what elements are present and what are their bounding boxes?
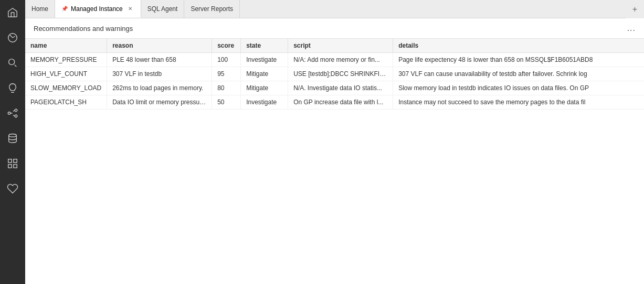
recommendations-table-container[interactable]: name reason score state script details M…: [25, 39, 644, 284]
cell-script-3: On GP increase data file with l...: [288, 95, 393, 110]
search-icon: [7, 57, 18, 69]
svg-point-5: [9, 134, 17, 137]
activity-bar: [0, 0, 25, 284]
cell-state-0: Investigate: [241, 53, 288, 67]
activity-item-connections[interactable]: [0, 101, 25, 126]
table-row[interactable]: PAGEIOLATCH_SHData IO limit or memory pr…: [25, 95, 644, 110]
svg-point-4: [15, 115, 17, 117]
cell-state-2: Mitigate: [241, 81, 288, 95]
recommendations-table: name reason score state script details M…: [25, 39, 644, 110]
panel-menu-button[interactable]: ...: [627, 24, 636, 33]
cell-reason-2: 262ms to load pages in memory.: [107, 81, 212, 95]
dashboard-icon: [7, 32, 18, 43]
tab-bar: Home 📌 Managed Instance ✕ SQL Agent Serv…: [25, 0, 644, 18]
cell-script-1: USE [testdb];DBCC SHRINKFIL...: [288, 67, 393, 81]
cell-reason-0: PLE 48 lower than 658: [107, 53, 212, 67]
database-icon: [7, 133, 18, 144]
connections-icon: [7, 107, 18, 119]
lightbulb-icon: [7, 82, 18, 94]
cell-score-0: 100: [212, 53, 241, 67]
table-row[interactable]: SLOW_MEMORY_LOAD262ms to load pages in m…: [25, 81, 644, 95]
tab-server-reports[interactable]: Server Reports: [184, 0, 240, 18]
svg-point-1: [9, 59, 15, 65]
activity-item-home[interactable]: [0, 0, 25, 25]
add-tab-button[interactable]: +: [626, 0, 644, 18]
cell-score-2: 80: [212, 81, 241, 95]
cell-state-1: Mitigate: [241, 67, 288, 81]
activity-item-recommendations[interactable]: [0, 75, 25, 101]
cell-state-3: Investigate: [241, 95, 288, 110]
cell-name-0: MEMORY_PRESSURE: [25, 53, 107, 67]
col-header-details: details: [393, 39, 644, 53]
table-row[interactable]: MEMORY_PRESSUREPLE 48 lower than 658100I…: [25, 53, 644, 67]
cell-details-3: Instance may not succeed to save the mem…: [393, 95, 644, 110]
cell-details-0: Page life expectency 48 is lower than 65…: [393, 53, 644, 67]
tab-home-label: Home: [31, 5, 48, 13]
cell-details-1: 307 VLF can cause unavailability of test…: [393, 67, 644, 81]
cell-script-0: N/A: Add more memory or fin...: [288, 53, 393, 67]
close-managed-instance-icon[interactable]: ✕: [126, 5, 134, 13]
activity-item-search[interactable]: [0, 50, 25, 75]
activity-item-databases[interactable]: [0, 126, 25, 151]
activity-item-favorites[interactable]: [0, 176, 25, 201]
cell-details-2: Slow memory load in testdb indicates IO …: [393, 81, 644, 95]
svg-point-3: [15, 109, 17, 112]
heart-icon: [7, 183, 18, 194]
pin-icon: 📌: [61, 6, 68, 12]
cell-name-2: SLOW_MEMORY_LOAD: [25, 81, 107, 95]
tab-spacer: [240, 0, 626, 18]
tab-managed-instance[interactable]: 📌 Managed Instance ✕: [55, 0, 141, 18]
svg-rect-7: [14, 159, 17, 162]
content-panel: Recommendations and warnings ... name re…: [25, 18, 644, 284]
col-header-name: name: [25, 39, 107, 53]
main-area: Home 📌 Managed Instance ✕ SQL Agent Serv…: [25, 0, 644, 284]
svg-rect-6: [8, 159, 12, 162]
cell-score-3: 50: [212, 95, 241, 110]
tab-sql-agent-label: SQL Agent: [147, 5, 178, 13]
home-icon: [7, 7, 18, 18]
tab-sql-agent[interactable]: SQL Agent: [141, 0, 185, 18]
activity-item-dashboard[interactable]: [0, 25, 25, 50]
col-header-script: script: [288, 39, 393, 53]
cell-script-2: N/A. Investigate data IO statis...: [288, 81, 393, 95]
tab-server-reports-label: Server Reports: [191, 5, 233, 13]
table-header-row: name reason score state script details: [25, 39, 644, 53]
tab-home[interactable]: Home: [25, 0, 55, 18]
cell-name-3: PAGEIOLATCH_SH: [25, 95, 107, 110]
cell-score-1: 95: [212, 67, 241, 81]
cell-reason-1: 307 VLF in testdb: [107, 67, 212, 81]
panel-header: Recommendations and warnings ...: [25, 18, 644, 39]
panel-title: Recommendations and warnings: [34, 25, 133, 32]
col-header-score: score: [212, 39, 241, 53]
svg-rect-8: [8, 165, 12, 168]
table-row[interactable]: HIGH_VLF_COUNT307 VLF in testdb95Mitigat…: [25, 67, 644, 81]
svg-point-2: [8, 112, 10, 115]
col-header-reason: reason: [107, 39, 212, 53]
cell-name-1: HIGH_VLF_COUNT: [25, 67, 107, 81]
col-header-state: state: [241, 39, 288, 53]
cell-reason-3: Data IO limit or memory pressure.: [107, 95, 212, 110]
svg-rect-9: [14, 165, 17, 168]
grid-icon: [7, 158, 18, 169]
activity-item-grid[interactable]: [0, 151, 25, 176]
tab-managed-instance-label: Managed Instance: [71, 5, 123, 13]
